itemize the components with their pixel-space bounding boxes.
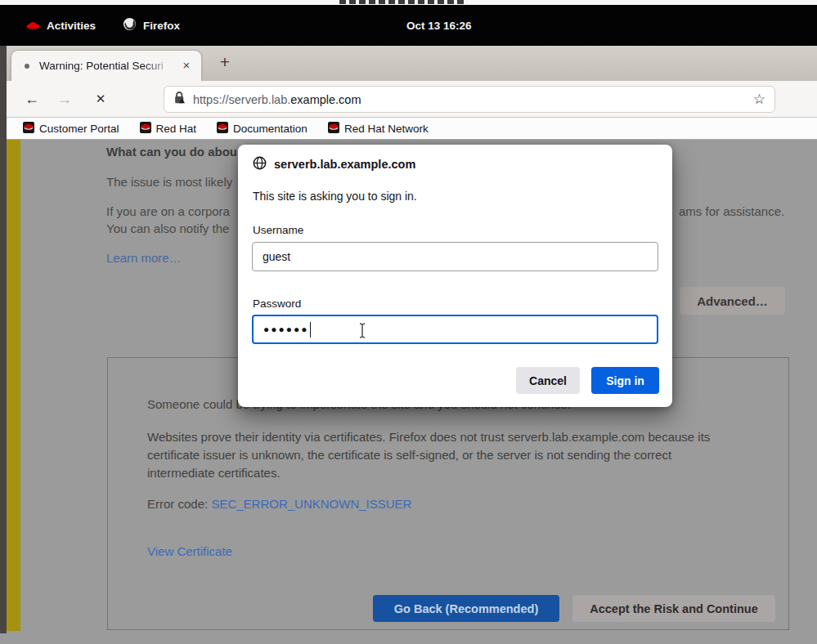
password-field[interactable]: ●●●●●● xyxy=(252,315,658,344)
screen-edge-strip xyxy=(0,21,7,633)
forward-icon[interactable]: → xyxy=(52,81,77,117)
clipped-window-fragment xyxy=(339,0,464,4)
signin-dialog: serverb.lab.example.com This site is ask… xyxy=(238,145,672,407)
clipped-window-strip xyxy=(0,0,817,5)
dialog-host-row: serverb.lab.example.com xyxy=(253,156,415,172)
issue-text-fragment: The issue is most likely xyxy=(106,175,232,189)
url-domain: example.com xyxy=(290,93,361,106)
bookmark-red-hat-network[interactable]: Red Hat Network xyxy=(328,122,429,136)
yellow-warning-stripe xyxy=(7,140,20,631)
activities-label: Activities xyxy=(47,20,96,32)
password-masked-value: ●●●●●● xyxy=(263,324,309,335)
red-hat-favicon xyxy=(23,122,34,136)
username-field[interactable] xyxy=(252,242,658,271)
red-hat-icon xyxy=(26,19,40,33)
dialog-prompt: This site is asking you to sign in. xyxy=(253,190,417,203)
red-hat-favicon xyxy=(328,122,339,136)
url-bar[interactable]: https://serverb.lab.example.com ☆ xyxy=(164,86,775,113)
firefox-menu-button[interactable]: Firefox xyxy=(123,5,180,46)
password-label: Password xyxy=(253,297,301,310)
tab-close-icon[interactable]: × xyxy=(178,57,195,74)
cert-line-3: intermediate certificates. xyxy=(147,464,710,482)
cancel-button[interactable]: Cancel xyxy=(516,367,580,394)
ibeam-cursor-icon xyxy=(357,322,367,342)
accept-risk-button[interactable]: Accept the Risk and Continue xyxy=(572,595,775,622)
activities-button[interactable]: Activities xyxy=(26,5,96,46)
dialog-host: serverb.lab.example.com xyxy=(274,158,415,171)
url-text: https://serverb.lab.example.com xyxy=(193,93,361,106)
cert-line-2: certificate issuer is unknown, the certi… xyxy=(147,446,710,464)
go-back-button[interactable]: Go Back (Recommended) xyxy=(373,595,559,622)
back-icon[interactable]: ← xyxy=(20,81,44,117)
assistance-text-fragment: ams for assistance. xyxy=(679,204,784,218)
firefox-icon xyxy=(123,17,137,34)
navigation-toolbar: ← → ✕ https://serverb.lab.example.com ☆ xyxy=(7,81,817,118)
bookmark-red-hat[interactable]: Red Hat xyxy=(140,122,197,136)
clock-label: Oct 13 16:26 xyxy=(406,20,472,32)
signin-button[interactable]: Sign in xyxy=(591,367,659,394)
error-code-link[interactable]: SEC_ERROR_UNKNOWN_ISSUER xyxy=(211,497,411,511)
tab-title: Warning: Potential Securi xyxy=(39,51,177,81)
advanced-button[interactable]: Advanced… xyxy=(680,287,785,315)
clock[interactable]: Oct 13 16:26 xyxy=(406,5,472,46)
tab-favicon-dot xyxy=(25,64,29,69)
firefox-menu-label: Firefox xyxy=(143,20,180,32)
view-certificate-link[interactable]: View Certificate xyxy=(147,544,232,558)
cert-line-1: Websites prove their identity via certif… xyxy=(147,428,710,446)
red-hat-favicon xyxy=(217,122,228,136)
bookmark-label: Documentation xyxy=(233,123,307,135)
bookmark-label: Red Hat xyxy=(156,123,197,135)
bookmark-star-icon[interactable]: ☆ xyxy=(753,91,765,108)
error-code-row: Error code: SEC_ERROR_UNKNOWN_ISSUER xyxy=(147,497,411,511)
page-heading-fragment: What can you do abou xyxy=(106,145,237,159)
bookmark-label: Customer Portal xyxy=(39,123,119,135)
tab-warning-security[interactable]: Warning: Potential Securi × xyxy=(11,51,201,81)
globe-icon xyxy=(253,156,267,172)
new-tab-button[interactable]: + xyxy=(213,51,237,75)
tab-bar: Warning: Potential Securi × + xyxy=(7,46,817,81)
desktop-screen: Activities Firefox Oct 13 16:26 Warning:… xyxy=(0,0,817,644)
lock-warning-icon xyxy=(173,91,186,108)
url-prefix: https://serverb.lab. xyxy=(193,93,290,106)
gnome-top-bar: Activities Firefox Oct 13 16:26 xyxy=(0,5,817,46)
certificate-explanation-text: Websites prove their identity via certif… xyxy=(147,428,710,482)
corporate-text-fragment-1: If you are on a corpora xyxy=(106,204,230,218)
red-hat-favicon xyxy=(140,122,151,136)
stop-icon[interactable]: ✕ xyxy=(88,81,113,117)
learn-more-link[interactable]: Learn more… xyxy=(106,251,182,265)
bookmarks-bar: Customer Portal Red Hat Documentation Re… xyxy=(7,118,817,140)
username-label: Username xyxy=(253,224,303,236)
error-code-label: Error code: xyxy=(147,497,211,511)
bookmark-documentation[interactable]: Documentation xyxy=(217,122,307,136)
bookmark-customer-portal[interactable]: Customer Portal xyxy=(23,122,119,136)
corporate-text-fragment-2: You can also notify the xyxy=(106,221,229,235)
bookmark-label: Red Hat Network xyxy=(344,123,429,135)
text-caret xyxy=(310,322,311,338)
